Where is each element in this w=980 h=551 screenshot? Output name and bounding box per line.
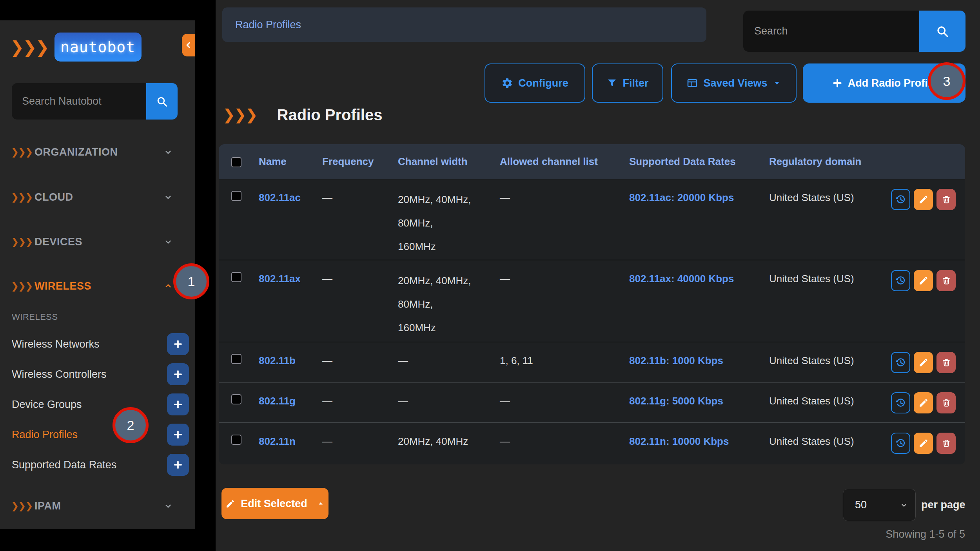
plus-icon xyxy=(832,78,843,89)
delete-button[interactable] xyxy=(936,392,956,413)
frequency-cell: — xyxy=(322,260,398,285)
main-content: Radio Profiles Configure Filter xyxy=(216,0,980,551)
section-arrows-icon: ❯❯❯ xyxy=(11,236,34,247)
saved-views-button[interactable]: Saved Views xyxy=(671,63,797,103)
column-header-channel-width[interactable]: Channel width xyxy=(398,156,500,168)
edit-button[interactable] xyxy=(914,392,933,413)
nautobot-logo[interactable]: nautobot xyxy=(54,33,142,62)
sidebar-item-devices[interactable]: ❯❯❯ DEVICES xyxy=(0,230,195,254)
column-header-frequency[interactable]: Frequency xyxy=(322,156,398,168)
sidebar-search-button[interactable] xyxy=(146,83,178,120)
sidebar-item-organization[interactable]: ❯❯❯ ORGANIZATION xyxy=(0,140,195,164)
delete-button[interactable] xyxy=(936,433,956,454)
chevron-down-icon xyxy=(900,501,908,509)
history-icon xyxy=(895,437,907,449)
radio-profile-link[interactable]: 802.11b xyxy=(259,355,296,366)
select-all-checkbox[interactable] xyxy=(231,157,241,167)
radio-profile-link[interactable]: 802.11ac xyxy=(259,192,301,203)
breadcrumb[interactable]: Radio Profiles xyxy=(222,7,706,42)
sidebar-collapse-button[interactable] xyxy=(182,34,195,56)
row-checkbox[interactable] xyxy=(231,272,241,282)
edit-button[interactable] xyxy=(914,352,933,373)
edit-selected-button[interactable]: Edit Selected xyxy=(221,488,328,519)
changelog-button[interactable] xyxy=(891,189,910,210)
changelog-button[interactable] xyxy=(891,352,910,373)
regulatory-domain-cell: United States (US) xyxy=(769,342,891,367)
saved-views-label: Saved Views xyxy=(703,77,767,89)
delete-button[interactable] xyxy=(936,270,956,291)
column-header-name[interactable]: Name xyxy=(259,156,322,168)
sidebar-item-label: WIRELESS xyxy=(34,280,91,292)
add-wireless-network-button[interactable] xyxy=(167,333,189,355)
configure-button[interactable]: Configure xyxy=(485,63,585,103)
add-supported-data-rate-button[interactable] xyxy=(167,454,189,476)
pencil-icon xyxy=(225,499,235,509)
delete-button[interactable] xyxy=(936,189,956,210)
table-row: 802.11b — — 1, 6, 11 802.11b: 1000 Kbps … xyxy=(219,342,965,382)
supported-data-rate-link[interactable]: 802.11b: 1000 Kbps xyxy=(629,355,723,366)
logo[interactable]: ❯❯❯ nautobot xyxy=(10,32,142,62)
row-checkbox[interactable] xyxy=(231,394,241,404)
column-header-allowed-channel-list[interactable]: Allowed channel list xyxy=(500,156,629,168)
supported-data-rate-link[interactable]: 802.11ac: 20000 Kbps xyxy=(629,192,734,203)
regulatory-domain-cell: United States (US) xyxy=(769,382,891,408)
delete-button[interactable] xyxy=(936,352,956,373)
row-checkbox[interactable] xyxy=(231,191,241,201)
sidebar-search-input[interactable] xyxy=(12,83,146,120)
add-radio-profile-sidebar-button[interactable] xyxy=(167,424,189,446)
column-header-supported-data-rates[interactable]: Supported Data Rates xyxy=(629,156,769,168)
chevron-up-icon xyxy=(163,281,173,291)
edit-button[interactable] xyxy=(914,433,933,454)
plus-icon xyxy=(173,399,183,410)
radio-profile-link[interactable]: 802.11n xyxy=(259,435,296,447)
edit-button[interactable] xyxy=(914,270,933,291)
plus-icon xyxy=(173,369,183,379)
table-view-icon xyxy=(686,77,698,89)
add-wireless-controller-button[interactable] xyxy=(167,363,189,385)
trash-icon xyxy=(941,194,951,205)
sidebar-item-supported-data-rates[interactable]: Supported Data Rates xyxy=(0,454,165,476)
changelog-button[interactable] xyxy=(891,392,910,413)
supported-data-rate-link[interactable]: 802.11ax: 40000 Kbps xyxy=(629,273,734,285)
filter-button[interactable]: Filter xyxy=(592,63,663,103)
trash-icon xyxy=(941,398,951,408)
sidebar-item-cloud[interactable]: ❯❯❯ CLOUD xyxy=(0,185,195,209)
supported-data-rate-link[interactable]: 802.11g: 5000 Kbps xyxy=(629,395,723,407)
history-icon xyxy=(895,357,907,368)
nautobot-arrows-icon: ❯❯❯ xyxy=(10,38,48,57)
sidebar: ❯❯❯ nautobot ❯❯❯ ORGANIZATION xyxy=(0,20,195,529)
radio-profile-link[interactable]: 802.11g xyxy=(259,395,296,407)
column-header-regulatory-domain[interactable]: Regulatory domain xyxy=(769,156,891,168)
edit-selected-label: Edit Selected xyxy=(241,498,307,510)
channel-width-cell: 20MHz, 40MHz, 80MHz, 160MHz xyxy=(398,260,500,339)
radio-profile-link[interactable]: 802.11ax xyxy=(259,273,301,285)
history-icon xyxy=(895,194,907,205)
row-checkbox[interactable] xyxy=(231,435,241,445)
logo-text: nautobot xyxy=(60,38,135,56)
sidebar-item-wireless-controllers[interactable]: Wireless Controllers xyxy=(0,363,165,385)
table-header-row: Name Frequency Channel width Allowed cha… xyxy=(219,144,965,179)
add-device-group-button[interactable] xyxy=(167,393,189,415)
sidebar-item-wireless[interactable]: ❯❯❯ WIRELESS xyxy=(0,274,195,298)
changelog-button[interactable] xyxy=(891,433,910,454)
allowed-channel-list-cell: — xyxy=(500,382,629,408)
page-title-row: ❯❯❯ Radio Profiles xyxy=(223,101,382,129)
page-size-select[interactable]: 50 xyxy=(843,489,916,521)
showing-count: Showing 1-5 of 5 xyxy=(886,528,965,540)
row-checkbox[interactable] xyxy=(231,354,241,364)
sidebar-item-wireless-networks[interactable]: Wireless Networks xyxy=(0,333,165,355)
changelog-button[interactable] xyxy=(891,270,910,291)
search-input[interactable] xyxy=(743,11,919,52)
edit-button[interactable] xyxy=(914,189,933,210)
gear-icon xyxy=(501,77,513,89)
supported-data-rate-link[interactable]: 802.11n: 10000 Kbps xyxy=(629,435,729,447)
sidebar-item-ipam[interactable]: ❯❯❯ IPAM xyxy=(0,494,195,518)
regulatory-domain-cell: United States (US) xyxy=(769,179,891,204)
global-search xyxy=(743,11,965,52)
search-button[interactable] xyxy=(919,11,965,52)
radio-profiles-table: Name Frequency Channel width Allowed cha… xyxy=(219,144,965,464)
sidebar-item-label: DEVICES xyxy=(34,236,82,248)
table-row: 802.11g — — — 802.11g: 5000 Kbps United … xyxy=(219,382,965,422)
configure-label: Configure xyxy=(518,77,568,89)
section-arrows-icon: ❯❯❯ xyxy=(11,147,34,158)
